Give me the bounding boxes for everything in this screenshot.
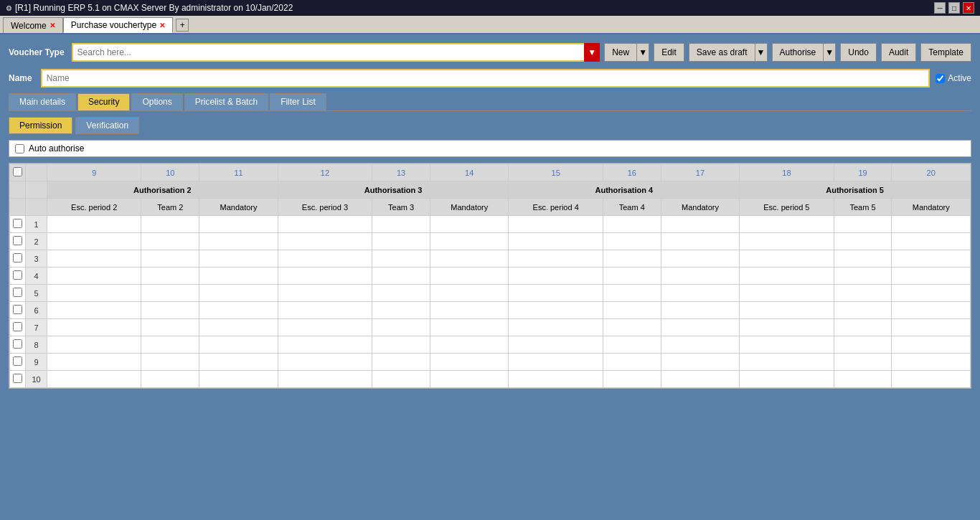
cell-row7-col0[interactable] bbox=[47, 319, 141, 336]
sub-tab-permission[interactable]: Permission bbox=[9, 117, 72, 134]
cell-row2-col3[interactable] bbox=[278, 233, 372, 250]
row-3-checkbox-cell[interactable] bbox=[10, 250, 26, 268]
cell-row9-col3[interactable] bbox=[278, 354, 372, 371]
cell-row5-col4[interactable] bbox=[372, 285, 430, 302]
cell-row2-col9[interactable] bbox=[740, 233, 834, 250]
cell-row6-col1[interactable] bbox=[141, 302, 199, 319]
minimize-button[interactable]: ─ bbox=[934, 2, 946, 14]
sub-tab-verification[interactable]: Verification bbox=[75, 117, 139, 134]
cell-row10-col5[interactable] bbox=[430, 371, 509, 388]
grid-container[interactable]: 9 10 11 12 13 14 15 16 17 18 19 20 bbox=[9, 163, 971, 389]
row-8-checkbox-cell[interactable] bbox=[10, 336, 26, 354]
cell-row10-col11[interactable] bbox=[892, 371, 971, 388]
cell-row3-col4[interactable] bbox=[372, 250, 430, 268]
new-button[interactable]: New bbox=[605, 44, 637, 61]
cell-row1-col10[interactable] bbox=[834, 216, 892, 233]
cell-row4-col11[interactable] bbox=[892, 268, 971, 285]
cell-row8-col4[interactable] bbox=[372, 336, 430, 354]
tab-purchase-vouchertype[interactable]: Purchase vouchertype ✕ bbox=[63, 17, 173, 33]
row-1-checkbox[interactable] bbox=[13, 219, 22, 228]
cell-row5-col6[interactable] bbox=[509, 285, 603, 302]
cell-row7-col7[interactable] bbox=[603, 319, 661, 336]
cell-row4-col5[interactable] bbox=[430, 268, 509, 285]
cell-row8-col6[interactable] bbox=[509, 336, 603, 354]
cell-row4-col6[interactable] bbox=[509, 268, 603, 285]
cell-row8-col8[interactable] bbox=[661, 336, 739, 354]
active-checkbox[interactable] bbox=[936, 74, 945, 83]
cell-row2-col11[interactable] bbox=[892, 233, 971, 250]
cell-row10-col1[interactable] bbox=[141, 371, 199, 388]
cell-row10-col10[interactable] bbox=[834, 371, 892, 388]
tab-welcome-close[interactable]: ✕ bbox=[50, 22, 55, 29]
cell-row7-col9[interactable] bbox=[740, 319, 834, 336]
cell-row8-col10[interactable] bbox=[834, 336, 892, 354]
cell-row4-col3[interactable] bbox=[278, 268, 372, 285]
edit-button[interactable]: Edit bbox=[654, 43, 684, 62]
cell-row9-col10[interactable] bbox=[834, 354, 892, 371]
cell-row10-col7[interactable] bbox=[603, 371, 661, 388]
cell-row8-col3[interactable] bbox=[278, 336, 372, 354]
cell-row9-col6[interactable] bbox=[509, 354, 603, 371]
cell-row3-col0[interactable] bbox=[47, 250, 141, 268]
close-button[interactable]: ✕ bbox=[963, 2, 974, 14]
cell-row9-col8[interactable] bbox=[661, 354, 739, 371]
cell-row2-col6[interactable] bbox=[509, 233, 603, 250]
name-input[interactable] bbox=[41, 69, 930, 88]
cell-row4-col9[interactable] bbox=[740, 268, 834, 285]
cell-row2-col5[interactable] bbox=[430, 233, 509, 250]
row-5-checkbox[interactable] bbox=[13, 288, 22, 297]
cell-row3-col11[interactable] bbox=[892, 250, 971, 268]
cell-row5-col2[interactable] bbox=[199, 285, 278, 302]
cell-row10-col9[interactable] bbox=[740, 371, 834, 388]
cell-row4-col2[interactable] bbox=[199, 268, 278, 285]
save-draft-button[interactable]: Save as draft bbox=[689, 44, 755, 61]
cell-row3-col6[interactable] bbox=[509, 250, 603, 268]
cell-row5-col8[interactable] bbox=[661, 285, 739, 302]
cell-row8-col1[interactable] bbox=[141, 336, 199, 354]
row-7-checkbox[interactable] bbox=[13, 322, 22, 331]
row-4-checkbox-cell[interactable] bbox=[10, 268, 26, 285]
cell-row5-col0[interactable] bbox=[47, 285, 141, 302]
cell-row10-col3[interactable] bbox=[278, 371, 372, 388]
cell-row9-col5[interactable] bbox=[430, 354, 509, 371]
tab-add-button[interactable]: + bbox=[176, 19, 189, 32]
row-6-checkbox[interactable] bbox=[13, 305, 22, 314]
authorise-button[interactable]: Authorise bbox=[773, 44, 824, 61]
cell-row6-col11[interactable] bbox=[892, 302, 971, 319]
cell-row3-col9[interactable] bbox=[740, 250, 834, 268]
cell-row1-col8[interactable] bbox=[661, 216, 739, 233]
tab-main-details[interactable]: Main details bbox=[9, 93, 76, 110]
cell-row7-col11[interactable] bbox=[892, 319, 971, 336]
cell-row8-col2[interactable] bbox=[199, 336, 278, 354]
cell-row4-col4[interactable] bbox=[372, 268, 430, 285]
cell-row2-col1[interactable] bbox=[141, 233, 199, 250]
tab-filter-list[interactable]: Filter List bbox=[270, 93, 326, 110]
cell-row3-col1[interactable] bbox=[141, 250, 199, 268]
cell-row5-col3[interactable] bbox=[278, 285, 372, 302]
cell-row1-col6[interactable] bbox=[509, 216, 603, 233]
cell-row9-col11[interactable] bbox=[892, 354, 971, 371]
tab-pricelist-batch[interactable]: Pricelist & Batch bbox=[184, 93, 268, 110]
cell-row7-col2[interactable] bbox=[199, 319, 278, 336]
row-4-checkbox[interactable] bbox=[13, 270, 22, 280]
row-10-checkbox-cell[interactable] bbox=[10, 371, 26, 388]
cell-row6-col8[interactable] bbox=[661, 302, 739, 319]
cell-row8-col7[interactable] bbox=[603, 336, 661, 354]
cell-row1-col2[interactable] bbox=[199, 216, 278, 233]
row-6-checkbox-cell[interactable] bbox=[10, 302, 26, 319]
cell-row4-col10[interactable] bbox=[834, 268, 892, 285]
search-input[interactable] bbox=[72, 43, 600, 62]
select-all-checkbox[interactable] bbox=[13, 167, 22, 176]
cell-row3-col5[interactable] bbox=[430, 250, 509, 268]
cell-row2-col7[interactable] bbox=[603, 233, 661, 250]
cell-row1-col7[interactable] bbox=[603, 216, 661, 233]
cell-row9-col0[interactable] bbox=[47, 354, 141, 371]
cell-row2-col4[interactable] bbox=[372, 233, 430, 250]
cell-row8-col0[interactable] bbox=[47, 336, 141, 354]
new-dropdown-button[interactable]: ▼ bbox=[637, 44, 649, 61]
tab-options[interactable]: Options bbox=[131, 93, 182, 110]
row-7-checkbox-cell[interactable] bbox=[10, 319, 26, 336]
template-button[interactable]: Template bbox=[920, 43, 971, 62]
maximize-button[interactable]: □ bbox=[948, 2, 960, 14]
cell-row6-col5[interactable] bbox=[430, 302, 509, 319]
